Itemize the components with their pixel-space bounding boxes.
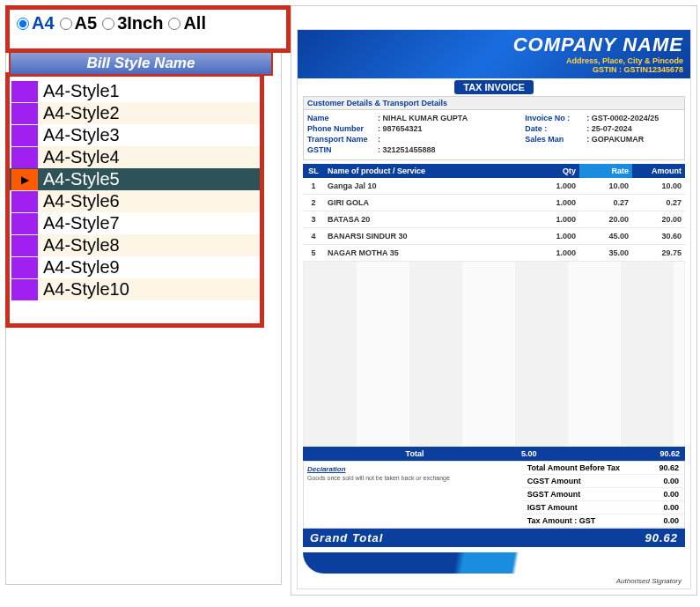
item-rate: 35.00 bbox=[579, 245, 632, 262]
item-amt: 10.00 bbox=[632, 178, 685, 195]
style-row[interactable]: A4-Style9 bbox=[10, 256, 260, 278]
style-row-label: A4-Style8 bbox=[43, 235, 260, 255]
style-color-marker bbox=[11, 191, 38, 212]
items-table: SL Name of product / Service Qty Rate Am… bbox=[303, 164, 685, 262]
declaration-title: Declaration bbox=[307, 465, 519, 473]
cust-trans-lbl: Transport Name bbox=[307, 135, 378, 144]
sgst-val: 0.00 bbox=[663, 490, 679, 499]
style-list: A4-Style1A4-Style2A4-Style3A4-Style4▶A4-… bbox=[5, 72, 264, 328]
total-qty: 5.00 bbox=[521, 449, 574, 458]
style-list-header: Bill Style Name bbox=[9, 51, 273, 76]
item-name: GIRI GOLA bbox=[324, 195, 527, 211]
company-address: Address, Place, City & Pincode bbox=[305, 56, 683, 65]
style-row-label: A4-Style5 bbox=[43, 169, 260, 189]
cust-phone-lbl: Phone Number bbox=[307, 124, 378, 133]
items-header-row: SL Name of product / Service Qty Rate Am… bbox=[303, 164, 685, 178]
company-gstin: GSTIN : GSTIN12345678 bbox=[305, 65, 683, 74]
cgst-val: 0.00 bbox=[663, 477, 679, 485]
tax-summary: Total Amount Before Tax90.62 CGST Amount… bbox=[522, 462, 684, 528]
item-row: 1Ganga Jal 101.00010.0010.00 bbox=[303, 178, 685, 195]
style-row[interactable]: A4-Style6 bbox=[10, 190, 260, 212]
customer-details-box: Customer Details & Transport Details Nam… bbox=[303, 96, 685, 160]
style-row[interactable]: A4-Style1 bbox=[10, 80, 260, 102]
style-row[interactable]: A4-Style7 bbox=[10, 212, 260, 234]
item-rate: 10.00 bbox=[579, 178, 632, 195]
invoice-header: COMPANY NAME Address, Place, City & Pinc… bbox=[298, 30, 690, 78]
radio-3inch-input[interactable] bbox=[102, 18, 114, 30]
before-tax-val: 90.62 bbox=[659, 463, 679, 472]
style-color-marker bbox=[11, 81, 38, 102]
style-row-label: A4-Style6 bbox=[43, 191, 260, 211]
item-qty: 1.000 bbox=[527, 195, 579, 211]
company-name: COMPANY NAME bbox=[305, 33, 683, 56]
total-amount: 90.62 bbox=[627, 449, 680, 458]
radio-a5[interactable]: A5 bbox=[60, 13, 98, 33]
radio-a4-input[interactable] bbox=[17, 18, 29, 30]
sgst-lbl: SGST Amount bbox=[527, 490, 581, 499]
declaration-text: Goods once sold will not be taken back o… bbox=[307, 475, 519, 481]
item-qty: 1.000 bbox=[527, 245, 579, 262]
style-color-marker bbox=[11, 235, 38, 256]
cust-name-val: : NIHAL KUMAR GUPTA bbox=[378, 114, 468, 122]
style-row[interactable]: A4-Style4 bbox=[10, 146, 260, 168]
sales-val: : GOPAKUMAR bbox=[586, 135, 644, 144]
style-row-label: A4-Style1 bbox=[43, 81, 260, 101]
item-amt: 0.27 bbox=[632, 195, 685, 211]
style-row[interactable]: A4-Style8 bbox=[10, 234, 260, 256]
radio-a5-input[interactable] bbox=[60, 18, 72, 30]
style-row-label: A4-Style3 bbox=[43, 125, 260, 145]
tax-invoice-badge: TAX INVOICE bbox=[298, 82, 690, 93]
item-sl: 2 bbox=[303, 195, 324, 211]
tax-invoice-badge-text: TAX INVOICE bbox=[454, 80, 533, 94]
item-row: 5NAGAR MOTHA 351.00035.0029.75 bbox=[303, 245, 685, 262]
style-color-marker bbox=[11, 279, 38, 300]
total-row: Total 5.00 90.62 bbox=[303, 447, 685, 461]
col-rate: Rate bbox=[579, 164, 632, 178]
radio-a4-label: A4 bbox=[32, 13, 55, 33]
items-filler bbox=[303, 262, 685, 447]
item-name: NAGAR MOTHA 35 bbox=[324, 245, 527, 262]
cust-phone-val: : 987654321 bbox=[378, 124, 423, 133]
cust-gstin-lbl: GSTIN bbox=[307, 145, 378, 154]
total-label: Total bbox=[308, 449, 521, 458]
style-row-label: A4-Style9 bbox=[43, 257, 260, 278]
style-row-label: A4-Style10 bbox=[43, 279, 260, 300]
taxgst-lbl: Tax Amount : GST bbox=[527, 516, 596, 525]
style-row-label: A4-Style4 bbox=[43, 147, 260, 167]
arrow-right-icon: ▶ bbox=[11, 169, 38, 190]
col-name: Name of product / Service bbox=[324, 164, 527, 178]
radio-all-input[interactable] bbox=[168, 18, 181, 30]
date-lbl: Date : bbox=[525, 124, 586, 133]
radio-3inch[interactable]: 3Inch bbox=[102, 13, 163, 33]
invno-lbl: Invoice No : bbox=[525, 114, 586, 122]
date-val: : 25-07-2024 bbox=[586, 124, 632, 133]
grand-total-value: 90.62 bbox=[645, 531, 678, 544]
style-color-marker bbox=[11, 147, 38, 168]
style-row[interactable]: A4-Style3 bbox=[10, 124, 260, 146]
style-color-marker bbox=[11, 213, 38, 234]
authorised-signatory: Authorised Signatory bbox=[298, 577, 682, 585]
item-name: BATASA 20 bbox=[324, 211, 527, 228]
invoice-document: COMPANY NAME Address, Place, City & Pinc… bbox=[297, 29, 691, 589]
item-sl: 1 bbox=[303, 178, 324, 195]
item-amt: 29.75 bbox=[632, 245, 685, 262]
radio-all[interactable]: All bbox=[168, 13, 206, 33]
size-filter-radio-group: A4 A5 3Inch All bbox=[5, 5, 291, 53]
item-qty: 1.000 bbox=[527, 228, 579, 245]
cust-gstin-val: : 321251455888 bbox=[378, 145, 436, 154]
item-sl: 4 bbox=[303, 228, 324, 245]
invoice-preview-panel: COMPANY NAME Address, Place, City & Pinc… bbox=[291, 5, 697, 596]
style-row[interactable]: A4-Style2 bbox=[10, 102, 260, 124]
radio-a5-label: A5 bbox=[75, 13, 98, 33]
footer-swoosh bbox=[303, 552, 685, 574]
cust-name-lbl: Name bbox=[307, 114, 378, 122]
style-row[interactable]: A4-Style10 bbox=[10, 278, 260, 300]
item-qty: 1.000 bbox=[527, 211, 579, 228]
radio-a4[interactable]: A4 bbox=[17, 13, 55, 33]
style-color-marker bbox=[11, 257, 38, 278]
customer-details-header: Customer Details & Transport Details bbox=[304, 97, 684, 110]
grand-total-row: Grand Total 90.62 bbox=[303, 529, 685, 547]
style-row[interactable]: ▶A4-Style5 bbox=[10, 168, 260, 190]
radio-3inch-label: 3Inch bbox=[117, 13, 163, 33]
item-amt: 30.60 bbox=[632, 228, 685, 245]
